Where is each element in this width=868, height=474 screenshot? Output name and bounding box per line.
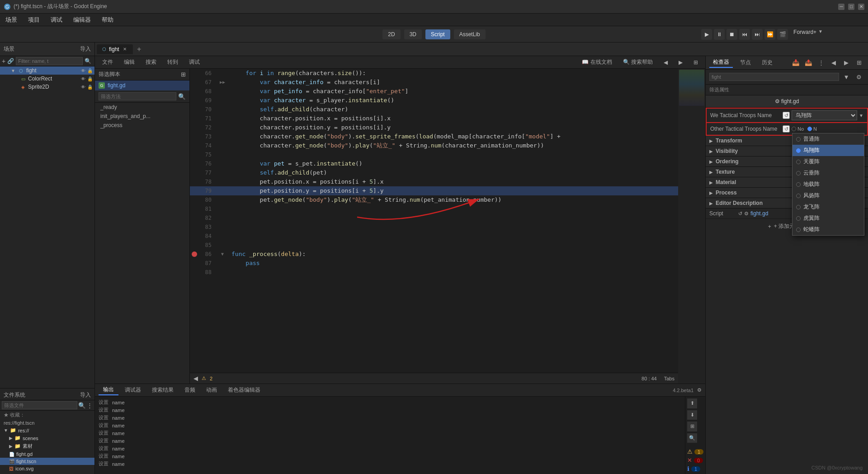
add-node-button[interactable]: +: [2, 57, 5, 65]
tree-item-fight[interactable]: ▼ ⬡ fight 👁 🔒: [0, 66, 94, 75]
option-tiger[interactable]: 虎翼阵: [793, 213, 864, 224]
tab-output[interactable]: 输出: [99, 385, 118, 395]
fs-item-fight-gd[interactable]: 📄 fight.gd: [0, 450, 94, 458]
output-copy-btn[interactable]: ⊞: [687, 422, 697, 431]
tree-item-colorrect[interactable]: ▭ ColorRect 👁 🔒: [0, 75, 94, 83]
file-menu-btn[interactable]: 文件: [99, 57, 117, 67]
inspector-import-btn[interactable]: 📥: [790, 57, 801, 68]
script-list-expand-btn[interactable]: ⊞: [181, 71, 186, 78]
we-tactical-dropdown[interactable]: 鸟翔阵: [792, 110, 857, 120]
fs-item-fight-tscn[interactable]: 🎬 fight.tscn: [0, 458, 94, 465]
toolbar-assetlib[interactable]: AssetLib: [454, 29, 486, 39]
tab-animation[interactable]: 动画: [202, 385, 222, 395]
minimize-button[interactable]: ─: [838, 4, 844, 10]
script-reset-btn[interactable]: ↺: [738, 211, 742, 217]
link-node-button[interactable]: 🔗: [7, 58, 14, 64]
close-button[interactable]: ✕: [858, 4, 864, 10]
inspector-expand-btn[interactable]: ⊞: [854, 57, 864, 68]
fs-item-scenes[interactable]: ▶ 📁 scenes: [0, 434, 94, 442]
option-earth[interactable]: 地载阵: [793, 179, 864, 190]
radio-no[interactable]: No: [792, 126, 804, 132]
fight-tab-close[interactable]: ✕: [122, 47, 127, 52]
menu-scene[interactable]: 场景: [4, 15, 19, 25]
other-tactical-reset-btn[interactable]: ↺: [783, 125, 790, 133]
play-button[interactable]: ▶: [701, 29, 712, 40]
add-tab-button[interactable]: +: [134, 44, 145, 55]
next-button[interactable]: ⏭: [752, 29, 763, 40]
inspector-tab-nodes[interactable]: 节点: [736, 58, 755, 67]
tab-audio[interactable]: 音频: [180, 385, 200, 395]
inspector-tab-inspector[interactable]: 检查器: [709, 57, 733, 68]
step-button[interactable]: ⏮: [739, 29, 750, 40]
goto-menu-btn[interactable]: 转到: [164, 57, 182, 67]
fs-item-res[interactable]: ▼ 📁 res://: [0, 427, 94, 434]
lock-icon[interactable]: 🔒: [87, 68, 93, 73]
we-tactical-expand[interactable]: ▼: [859, 113, 863, 118]
inspector-tab-history[interactable]: 历史: [758, 58, 776, 67]
sprite2d-lock-icon[interactable]: 🔒: [87, 85, 93, 90]
fs-item-assets[interactable]: ▶ 📁 素材: [0, 442, 94, 450]
option-bird[interactable]: 鸟翔阵: [793, 145, 864, 156]
option-normal[interactable]: 普通阵: [793, 133, 864, 145]
tree-expand-fight[interactable]: ▼: [11, 68, 15, 73]
fs-item-icon-svg[interactable]: 🖼 icon.svg: [0, 465, 94, 472]
menu-help[interactable]: 帮助: [100, 15, 115, 25]
layout-btn[interactable]: ⊞: [690, 58, 702, 66]
method-filter-input[interactable]: [99, 92, 176, 100]
debug-menu-btn[interactable]: 调试: [185, 57, 203, 67]
nav-next-btn[interactable]: ▶: [675, 58, 686, 66]
we-tactical-reset-btn[interactable]: ↺: [783, 112, 790, 119]
script-settings-btn[interactable]: ⚙: [744, 211, 749, 217]
option-cloud[interactable]: 云垂阵: [793, 167, 864, 179]
inspector-menu-btn[interactable]: ⋮: [816, 57, 826, 68]
inspector-search-input[interactable]: [709, 73, 839, 81]
option-snake[interactable]: 蛇蟠阵: [793, 224, 864, 235]
fast-forward-button[interactable]: ⏩: [764, 29, 775, 40]
search-menu-btn[interactable]: 搜索: [142, 57, 160, 67]
inspector-nav-left[interactable]: ◀: [828, 57, 839, 68]
fs-filter-input[interactable]: [2, 401, 77, 409]
inspector-search-btn[interactable]: ▼: [841, 71, 852, 82]
online-doc-btn[interactable]: 📖 在线文档: [578, 57, 615, 67]
tab-shader[interactable]: 着色器编辑器: [223, 385, 265, 395]
fs-search-btn[interactable]: 🔍: [78, 402, 86, 409]
movie-button[interactable]: 🎬: [777, 29, 788, 40]
fold-arrow-86[interactable]: ▼: [221, 250, 224, 259]
menu-project[interactable]: 项目: [26, 15, 42, 25]
inspector-nav-right[interactable]: ▶: [841, 57, 852, 68]
scene-filter-input[interactable]: [16, 57, 83, 65]
menu-editor[interactable]: 编辑器: [71, 15, 93, 25]
maximize-button[interactable]: □: [848, 4, 854, 10]
eye-icon[interactable]: 👁: [81, 68, 85, 73]
colorrect-lock-icon[interactable]: 🔒: [87, 76, 93, 81]
search-help-btn[interactable]: 🔍 搜索帮助: [619, 57, 656, 67]
sprite2d-eye-icon[interactable]: 👁: [81, 85, 85, 90]
scene-search-button[interactable]: 🔍: [85, 58, 91, 64]
code-editor[interactable]: 66 for i in range(characters.size()): 67…: [190, 69, 678, 373]
script-fight-gd[interactable]: G fight.gd: [95, 81, 189, 90]
inspector-export-btn[interactable]: 📤: [803, 57, 814, 68]
method-init[interactable]: init_players_and_p...: [95, 112, 189, 121]
option-wind[interactable]: 风扬阵: [793, 190, 864, 201]
toolbar-script[interactable]: Script: [425, 29, 450, 39]
toolbar-2d[interactable]: 2D: [382, 29, 400, 39]
colorrect-eye-icon[interactable]: 👁: [81, 76, 85, 81]
nav-prev-btn[interactable]: ◀: [660, 58, 671, 66]
menu-debug[interactable]: 调试: [49, 15, 64, 25]
radio-n[interactable]: N: [807, 126, 817, 132]
option-sky[interactable]: 天覆阵: [793, 156, 864, 167]
tab-fight[interactable]: ⬡ fight ✕: [97, 44, 133, 54]
renderer-dropdown-icon[interactable]: ▼: [818, 29, 823, 40]
pause-button[interactable]: ⏸: [714, 29, 725, 40]
tree-item-sprite2d[interactable]: ◈ Sprite2D 👁 🔒: [0, 83, 94, 91]
tab-debugger[interactable]: 调试器: [120, 385, 146, 395]
method-process[interactable]: _process: [95, 121, 189, 130]
option-dragon[interactable]: 龙飞阵: [793, 201, 864, 213]
method-search-btn[interactable]: 🔍: [178, 93, 186, 100]
output-settings-btn[interactable]: ⚙: [697, 387, 702, 393]
output-clear-btn[interactable]: 🔍: [687, 433, 697, 443]
output-download-btn[interactable]: ⬇: [687, 410, 697, 420]
inspector-settings-btn[interactable]: ⚙: [854, 71, 864, 82]
toolbar-3d[interactable]: 3D: [404, 29, 422, 39]
tab-search[interactable]: 搜索结果: [147, 385, 178, 395]
